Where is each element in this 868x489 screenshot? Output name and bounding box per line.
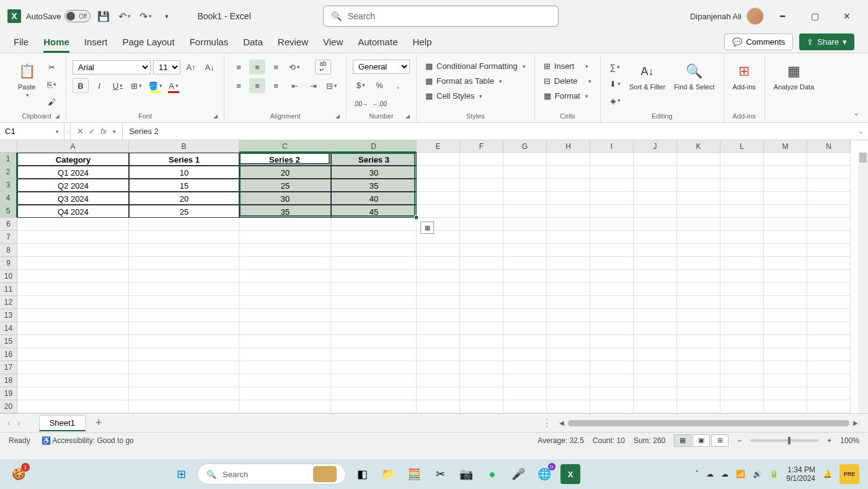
snipping-tool-button[interactable]: ✂ (430, 464, 450, 484)
cell-E2[interactable] (417, 166, 460, 179)
column-header-I[interactable]: I (590, 140, 634, 153)
cell-B15[interactable] (129, 335, 239, 348)
quick-analysis-button[interactable]: ⊞ (420, 222, 434, 234)
fill-button[interactable]: ⬇▾ (607, 76, 623, 91)
cell-C14[interactable] (239, 322, 331, 335)
accessibility-status[interactable]: ♿ Accessibility: Good to go (42, 436, 134, 445)
cell-F6[interactable] (460, 218, 503, 231)
column-header-A[interactable]: A (17, 140, 129, 153)
cell-M10[interactable] (764, 270, 807, 283)
cell-J16[interactable] (634, 348, 677, 361)
cell-C20[interactable] (239, 400, 331, 413)
cell-K1[interactable] (677, 153, 720, 166)
cell-N5[interactable] (807, 205, 851, 218)
align-center-button[interactable]: ≡ (249, 78, 265, 93)
column-header-K[interactable]: K (677, 140, 720, 153)
tab-data[interactable]: Data (243, 37, 263, 53)
cell-H9[interactable] (547, 257, 590, 270)
mic-button[interactable]: 🎤 (508, 464, 528, 484)
cancel-formula-button[interactable]: ✕ (77, 127, 84, 136)
cell-L18[interactable] (720, 374, 764, 387)
cell-B5[interactable]: 25 (129, 205, 239, 218)
cell-B14[interactable] (129, 322, 239, 335)
cell-A4[interactable]: Q3 2024 (17, 192, 129, 205)
column-header-L[interactable]: L (720, 140, 764, 153)
column-header-E[interactable]: E (417, 140, 460, 153)
cell-I2[interactable] (590, 166, 634, 179)
taskbar-pre-icon[interactable]: PRE (839, 464, 859, 484)
cell-N2[interactable] (807, 166, 851, 179)
cell-J15[interactable] (634, 335, 677, 348)
cell-N18[interactable] (807, 374, 851, 387)
cell-N8[interactable] (807, 244, 851, 257)
percent-format-button[interactable]: % (371, 78, 388, 92)
cell-G14[interactable] (503, 322, 547, 335)
fill-color-button[interactable]: 🪣▾ (147, 78, 163, 93)
column-header-H[interactable]: H (547, 140, 590, 153)
sheet-tab-sheet1[interactable]: Sheet1 (39, 415, 86, 431)
cell-C4[interactable]: 30 (239, 192, 331, 205)
notifications-button[interactable]: 🔔 (823, 470, 832, 478)
cell-J12[interactable] (634, 296, 677, 309)
sheet-nav-prev[interactable]: ‹ (7, 418, 10, 428)
cell-K20[interactable] (677, 400, 720, 413)
format-as-table-button[interactable]: ▦Format as Table▾ (423, 74, 505, 87)
cell-N13[interactable] (807, 309, 851, 322)
sheet-options-button[interactable]: ⋮ (542, 417, 552, 429)
cell-C8[interactable] (239, 244, 331, 257)
cell-K13[interactable] (677, 309, 720, 322)
cell-C12[interactable] (239, 296, 331, 309)
cell-I13[interactable] (590, 309, 634, 322)
cell-F17[interactable] (460, 361, 503, 374)
font-color-button[interactable]: A▾ (166, 78, 182, 93)
cell-M17[interactable] (764, 361, 807, 374)
cell-B6[interactable] (129, 218, 239, 231)
cell-F3[interactable] (460, 179, 503, 192)
align-middle-button[interactable]: ≡ (249, 60, 265, 74)
cell-F10[interactable] (460, 270, 503, 283)
cell-N12[interactable] (807, 296, 851, 309)
paste-button[interactable]: 📋 Paste ▾ (14, 60, 40, 99)
cell-L11[interactable] (720, 283, 764, 296)
cell-N17[interactable] (807, 361, 851, 374)
cell-L20[interactable] (720, 400, 764, 413)
cell-K6[interactable] (677, 218, 720, 231)
cell-A15[interactable] (17, 335, 129, 348)
cell-E3[interactable] (417, 179, 460, 192)
cell-K18[interactable] (677, 374, 720, 387)
cell-E1[interactable] (417, 153, 460, 166)
row-header-16[interactable]: 16 (0, 348, 17, 361)
cell-K19[interactable] (677, 387, 720, 400)
cell-L16[interactable] (720, 348, 764, 361)
file-explorer-button[interactable]: 📁 (378, 464, 398, 484)
cell-C11[interactable] (239, 283, 331, 296)
cell-E10[interactable] (417, 270, 460, 283)
cell-A14[interactable] (17, 322, 129, 335)
cell-E17[interactable] (417, 361, 460, 374)
task-view-button[interactable]: ◧ (352, 464, 372, 484)
row-header-12[interactable]: 12 (0, 296, 17, 309)
cell-H13[interactable] (547, 309, 590, 322)
cell-E18[interactable] (417, 374, 460, 387)
cell-A6[interactable] (17, 218, 129, 231)
cell-J8[interactable] (634, 244, 677, 257)
cell-N10[interactable] (807, 270, 851, 283)
decrease-font-button[interactable]: A↓ (202, 60, 218, 74)
tab-insert[interactable]: Insert (84, 37, 108, 53)
cell-G18[interactable] (503, 374, 547, 387)
cell-M14[interactable] (764, 322, 807, 335)
cell-E9[interactable] (417, 257, 460, 270)
cell-J14[interactable] (634, 322, 677, 335)
cell-N9[interactable] (807, 257, 851, 270)
cell-B11[interactable] (129, 283, 239, 296)
cell-F11[interactable] (460, 283, 503, 296)
cell-G16[interactable] (503, 348, 547, 361)
delete-cells-button[interactable]: ⊟Delete ▾ (541, 74, 594, 87)
bold-button[interactable]: B (73, 78, 89, 93)
wifi-icon[interactable]: 📶 (736, 470, 745, 478)
find-select-button[interactable]: 🔍 Find & Select (671, 60, 717, 92)
cell-H4[interactable] (547, 192, 590, 205)
formula-expand-button[interactable]: ⌄ (853, 127, 868, 135)
cell-A20[interactable] (17, 400, 129, 413)
cell-B3[interactable]: 15 (129, 179, 239, 192)
